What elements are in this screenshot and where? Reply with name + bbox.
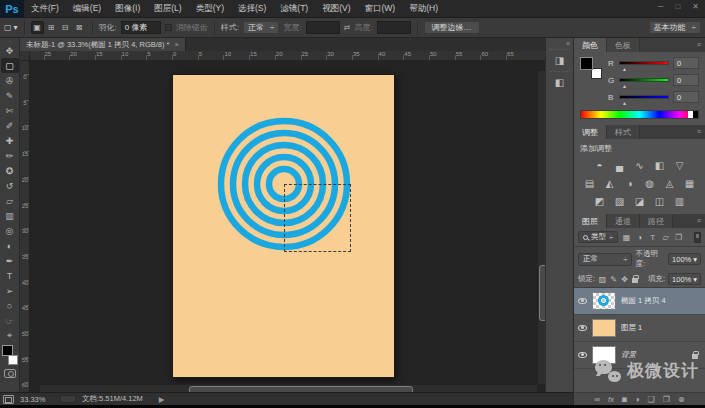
visibility-eye-icon[interactable] xyxy=(578,298,587,304)
swap-dimensions-icon[interactable]: ⇄ xyxy=(344,23,351,32)
slider-thumb-icon[interactable]: ▲ xyxy=(622,66,627,72)
blend-mode-dropdown[interactable]: 正常÷ xyxy=(578,253,632,266)
horizontal-scrollbar-thumb[interactable] xyxy=(189,386,413,392)
style-dropdown[interactable]: 正常÷ xyxy=(243,21,279,34)
move-tool[interactable]: ✥ xyxy=(1,43,19,58)
lock-transparent-pixels-icon[interactable]: ▨ xyxy=(598,275,607,284)
selective-color-icon[interactable]: ▥ xyxy=(673,195,686,207)
color-balance-icon[interactable]: ◭ xyxy=(603,177,616,189)
zoom-level[interactable]: 33.33% xyxy=(20,395,54,404)
history-brush-tool[interactable]: ↺ xyxy=(1,178,19,193)
collapse-dock-icon[interactable]: « xyxy=(566,40,570,47)
refine-edge-button[interactable]: 调整边缘… xyxy=(424,21,480,34)
tab-颜色[interactable]: 颜色 xyxy=(574,38,607,52)
menu-类型(Y)[interactable]: 类型(Y) xyxy=(189,3,231,15)
horizontal-scrollbar[interactable] xyxy=(40,384,537,392)
menu-图层(L)[interactable]: 图层(L) xyxy=(147,3,188,15)
quick-mask-button[interactable] xyxy=(4,369,16,378)
minimize-button[interactable]: ─ xyxy=(658,2,664,11)
path-selection-tool[interactable]: ➢ xyxy=(1,283,19,298)
slider-thumb-icon[interactable]: ▲ xyxy=(622,83,627,89)
channel-slider-G[interactable]: ▲ xyxy=(619,78,669,82)
fill-input[interactable]: 100%▾ xyxy=(668,273,701,285)
dodge-tool[interactable]: ◐ xyxy=(1,238,19,253)
vertical-scrollbar[interactable] xyxy=(537,71,545,384)
width-input[interactable] xyxy=(306,21,340,34)
menu-图像(I)[interactable]: 图像(I) xyxy=(108,3,147,15)
lasso-tool[interactable]: ✇ xyxy=(1,73,19,88)
filter-kind-dropdown[interactable]: 类型 ÷ xyxy=(578,231,618,243)
height-input[interactable] xyxy=(377,21,411,34)
layer-row[interactable]: 图层 1 xyxy=(574,315,705,342)
properties-panel-icon[interactable]: ◧ xyxy=(550,71,570,91)
ellipse-tool[interactable]: ○ xyxy=(1,298,19,313)
lock-all-icon[interactable] xyxy=(632,278,638,283)
channel-value-B[interactable]: 0 xyxy=(673,91,699,103)
blur-tool[interactable]: ◎ xyxy=(1,223,19,238)
type-tool[interactable]: T xyxy=(1,268,19,283)
menu-视图(V)[interactable]: 视图(V) xyxy=(315,3,357,15)
rectangular-marquee-tool[interactable]: ▢ xyxy=(1,58,19,73)
posterize-icon[interactable]: ▨ xyxy=(613,195,626,207)
history-panel-icon[interactable]: ◨ xyxy=(550,49,570,69)
quick-selection-tool[interactable]: ✎ xyxy=(1,88,19,103)
filter-smart-objects-icon[interactable]: ❐ xyxy=(673,233,684,242)
curves-icon[interactable]: ∿ xyxy=(633,159,646,171)
color-spectrum-ramp[interactable] xyxy=(580,110,699,119)
layer-style-fx-button[interactable]: fx xyxy=(608,395,614,404)
filter-type-layers-icon[interactable]: T xyxy=(647,233,658,242)
brush-tool[interactable]: ✏ xyxy=(1,148,19,163)
tab-样式[interactable]: 样式 xyxy=(607,125,640,139)
zoom-tool[interactable]: ⌖ xyxy=(1,328,19,343)
channel-value-G[interactable]: 0 xyxy=(673,74,699,86)
hand-tool[interactable]: ☞ xyxy=(1,313,19,328)
document-tab[interactable]: 未标题-1 @ 33.3%(椭圆 1 拷贝 4, RGB/8) * × xyxy=(20,38,186,51)
feather-input[interactable]: 0 像素 xyxy=(121,21,161,34)
panel-menu-icon[interactable]: ≡ xyxy=(697,41,701,48)
levels-icon[interactable]: ▄ xyxy=(613,159,626,171)
exposure-icon[interactable]: ◧ xyxy=(653,159,666,171)
gradient-tool[interactable]: ▥ xyxy=(1,208,19,223)
brightness-contrast-icon[interactable]: ◓ xyxy=(593,159,606,171)
color-lookup-icon[interactable]: ▦ xyxy=(683,177,696,189)
new-adjustment-layer-button[interactable]: ◑ xyxy=(635,395,640,404)
gradient-map-icon[interactable]: ◫ xyxy=(653,195,666,207)
slider-thumb-icon[interactable]: ▲ xyxy=(622,100,627,106)
close-icon[interactable]: × xyxy=(174,40,178,49)
new-selection-button[interactable]: ▣ xyxy=(31,21,44,34)
filter-adjustment-layers-icon[interactable]: ◑ xyxy=(634,233,645,242)
workspace-dropdown[interactable]: 基本功能÷ xyxy=(649,21,701,34)
foreground-color-swatch[interactable] xyxy=(580,57,593,70)
white-black-swatches[interactable] xyxy=(688,111,698,118)
layer-thumbnail[interactable] xyxy=(592,292,616,310)
pen-tool[interactable]: ✒ xyxy=(1,253,19,268)
eyedropper-tool[interactable]: ✐ xyxy=(1,118,19,133)
tab-色板[interactable]: 色板 xyxy=(607,38,640,52)
menu-选择(S)[interactable]: 选择(S) xyxy=(231,3,273,15)
filter-pixel-layers-icon[interactable]: ▦ xyxy=(621,233,632,242)
menu-编辑(E)[interactable]: 编辑(E) xyxy=(66,3,108,15)
tool-preset-picker[interactable]: ▢ ▾ xyxy=(4,23,18,32)
layer-thumbnail[interactable] xyxy=(592,319,616,337)
panel-menu-icon[interactable]: ≡ xyxy=(697,217,701,224)
black-white-icon[interactable]: ◑ xyxy=(623,177,636,189)
antialias-checkbox[interactable] xyxy=(165,24,172,31)
layer-row[interactable]: 椭圆 1 拷贝 4 xyxy=(574,288,705,315)
close-button[interactable]: ✕ xyxy=(692,2,699,11)
channel-slider-R[interactable]: ▲ xyxy=(619,61,669,65)
eraser-tool[interactable]: ▱ xyxy=(1,193,19,208)
photo-filter-icon[interactable]: ◍ xyxy=(643,177,656,189)
menu-文件(F)[interactable]: 文件(F) xyxy=(24,3,66,15)
menu-窗口(W)[interactable]: 窗口(W) xyxy=(358,3,403,15)
channel-slider-B[interactable]: ▲ xyxy=(619,95,669,99)
new-layer-button[interactable]: ❐ xyxy=(663,395,670,404)
filter-shape-layers-icon[interactable]: ▱ xyxy=(660,233,671,242)
intersect-selection-button[interactable]: ⊠ xyxy=(73,21,86,34)
canvas-pasteboard[interactable] xyxy=(30,61,545,392)
crop-tool[interactable]: ✄ xyxy=(1,103,19,118)
opacity-input[interactable]: 100%▾ xyxy=(668,253,701,265)
new-group-button[interactable]: ❏ xyxy=(648,395,655,404)
visibility-eye-icon[interactable] xyxy=(578,352,587,358)
invert-icon[interactable]: ◩ xyxy=(593,195,606,207)
menu-帮助(H)[interactable]: 帮助(H) xyxy=(402,3,445,15)
